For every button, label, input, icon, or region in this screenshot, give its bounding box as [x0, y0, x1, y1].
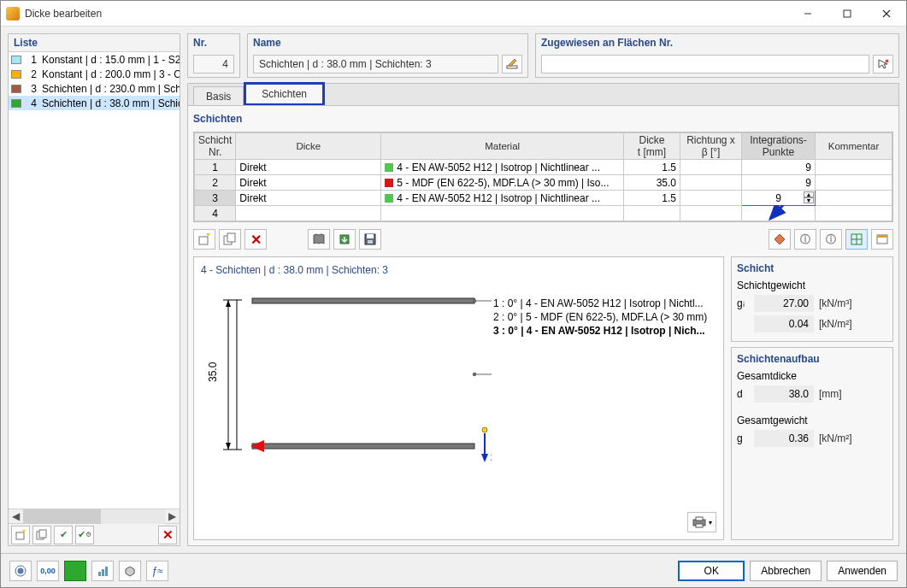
list-item[interactable]: 2 Konstant | d : 200.0 mm | 3 - C30 — [9, 67, 180, 81]
svg-rect-54 — [105, 567, 108, 576]
list-item[interactable]: 3 Schichten | d : 230.0 mm | Schich — [9, 81, 180, 96]
svg-marker-31 — [226, 300, 231, 307]
spin-down-icon[interactable]: ▼ — [804, 197, 814, 203]
svg-rect-46 — [696, 517, 703, 520]
tab-schichten[interactable]: Schichten — [244, 82, 325, 106]
scroll-left-icon[interactable]: ◀ — [9, 509, 23, 524]
nr-field[interactable]: 4 — [193, 55, 234, 74]
col-dicke[interactable]: Dicke — [236, 133, 381, 160]
chart-button[interactable] — [91, 561, 114, 581]
table-row[interactable]: 4 — [195, 206, 892, 221]
table-row[interactable]: 2 Direkt 5 - MDF (EN 622-5), MDF.LA (> 3… — [195, 175, 892, 191]
nr-label: Nr. — [188, 34, 239, 51]
svg-marker-14 — [206, 233, 210, 237]
print-button[interactable]: ▾ — [687, 512, 716, 532]
maximize-button[interactable] — [827, 1, 867, 26]
list-hscrollbar[interactable]: ◀ ▶ — [9, 509, 180, 523]
help-button[interactable] — [9, 561, 32, 581]
svg-rect-19 — [367, 234, 374, 238]
col-kommentar[interactable]: Kommentar — [816, 133, 892, 160]
svg-point-44 — [473, 373, 476, 376]
preview-layer-label: 1 : 0° | 4 - EN AW-5052 H12 | Isotrop | … — [493, 297, 707, 310]
units-button[interactable]: 0,00 — [37, 561, 59, 581]
color-button[interactable] — [64, 561, 86, 581]
svg-marker-32 — [226, 443, 231, 450]
svg-point-42 — [473, 299, 476, 303]
delete-item-button[interactable]: ✕ — [158, 526, 177, 544]
svg-rect-35 — [252, 444, 474, 449]
col-dicke-t[interactable]: Dicke t [mm] — [624, 133, 680, 160]
delete-layer-button[interactable]: ✕ — [244, 229, 267, 250]
window-title: Dicke bearbeiten — [25, 8, 788, 20]
preview-title: 4 - Schichten | d : 38.0 mm | Schichten:… — [201, 264, 716, 276]
grid-view-button[interactable] — [845, 229, 868, 250]
edit-name-button[interactable] — [502, 55, 522, 74]
cancel-button[interactable]: Abbrechen — [750, 561, 822, 581]
svg-rect-1 — [844, 10, 851, 17]
save-button[interactable] — [359, 229, 381, 250]
copy-item-button[interactable] — [32, 526, 51, 544]
add-layer-button[interactable] — [193, 229, 215, 250]
svg-marker-39 — [481, 454, 488, 462]
intpts-editing-cell[interactable]: 9 ▲▼ — [742, 191, 816, 206]
gesamtdicke-label: Gesamtdicke — [737, 370, 887, 382]
copy-layer-button[interactable] — [219, 229, 241, 250]
new-item-button[interactable] — [11, 526, 30, 544]
svg-point-49 — [18, 567, 24, 573]
list-item[interactable]: 4 Schichten | d : 38.0 mm | Schicht — [9, 96, 180, 110]
function-button[interactable]: ƒ≈ — [146, 561, 168, 581]
model-button[interactable] — [119, 561, 141, 581]
info2-button[interactable]: ⓘ — [820, 229, 842, 250]
minimize-button[interactable] — [788, 1, 827, 26]
ok-button[interactable]: OK — [678, 561, 745, 581]
layer-diagram: 35.0 z — [201, 283, 492, 471]
table-row[interactable]: 1 Direkt 4 - EN AW-5052 H12 | Isotrop | … — [195, 160, 892, 175]
svg-rect-53 — [102, 569, 104, 576]
name-field[interactable]: Schichten | d : 38.0 mm | Schichten: 3 — [253, 55, 498, 74]
svg-rect-20 — [368, 240, 373, 244]
apply-button[interactable]: Anwenden — [827, 561, 898, 581]
svg-rect-34 — [252, 298, 474, 303]
gi-value-1: 27.00 — [754, 295, 814, 312]
svg-text:35.0: 35.0 — [207, 362, 219, 382]
col-material[interactable]: Material — [381, 133, 624, 160]
rhombus-button[interactable] — [769, 229, 791, 250]
color-swatch — [11, 85, 21, 93]
info1-button[interactable]: ⓘ — [794, 229, 816, 250]
col-schicht-nr[interactable]: Schicht Nr. — [195, 133, 236, 160]
check-config-button[interactable]: ✔⚙ — [75, 526, 94, 544]
layers-table[interactable]: Schicht Nr. Dicke Material Dicke t [mm] … — [194, 132, 892, 221]
preview-layer-label: 2 : 0° | 5 - MDF (EN 622-5), MDF.LA (> 3… — [493, 310, 707, 324]
check-green-button[interactable]: ✔ — [54, 526, 73, 544]
assigned-label: Zugewiesen an Flächen Nr. — [536, 34, 898, 51]
svg-rect-52 — [98, 572, 101, 576]
library-button[interactable] — [308, 229, 330, 250]
svg-marker-21 — [774, 234, 785, 244]
import-button[interactable] — [333, 229, 356, 250]
close-button[interactable] — [867, 1, 906, 26]
export-button[interactable] — [871, 229, 893, 250]
list-panel-title: Liste — [9, 34, 180, 52]
list-item[interactable]: 1 Konstant | d : 15.0 mm | 1 - S235 — [9, 52, 180, 67]
svg-marker-55 — [126, 567, 134, 576]
thickness-list[interactable]: 1 Konstant | d : 15.0 mm | 1 - S235 2 Ko… — [9, 52, 180, 509]
gesamtgewicht-label: Gesamtgewicht — [737, 415, 887, 426]
g-value: 0.36 — [754, 430, 814, 447]
spin-up-icon[interactable]: ▲ — [804, 191, 814, 197]
app-icon — [6, 7, 20, 21]
table-row[interactable]: 3 Direkt 4 - EN AW-5052 H12 | Isotrop | … — [195, 191, 892, 206]
preview-layer-label: 3 : 0° | 4 - EN AW-5052 H12 | Isotrop | … — [493, 324, 707, 338]
svg-marker-36 — [250, 440, 264, 452]
svg-rect-26 — [877, 235, 887, 238]
tab-basis[interactable]: Basis — [193, 86, 244, 106]
svg-rect-4 — [16, 532, 24, 539]
assigned-field[interactable] — [541, 55, 869, 74]
pick-surfaces-button[interactable] — [873, 55, 893, 74]
col-richtung[interactable]: Richtung x β [°] — [680, 133, 742, 160]
col-intpts[interactable]: Integrations- Punkte — [742, 133, 816, 160]
color-swatch — [11, 56, 21, 64]
scroll-right-icon[interactable]: ▶ — [165, 509, 180, 524]
gi-value-2: 0.04 — [754, 315, 814, 332]
section-title-schichten: Schichten — [193, 111, 893, 126]
svg-point-37 — [482, 427, 487, 432]
